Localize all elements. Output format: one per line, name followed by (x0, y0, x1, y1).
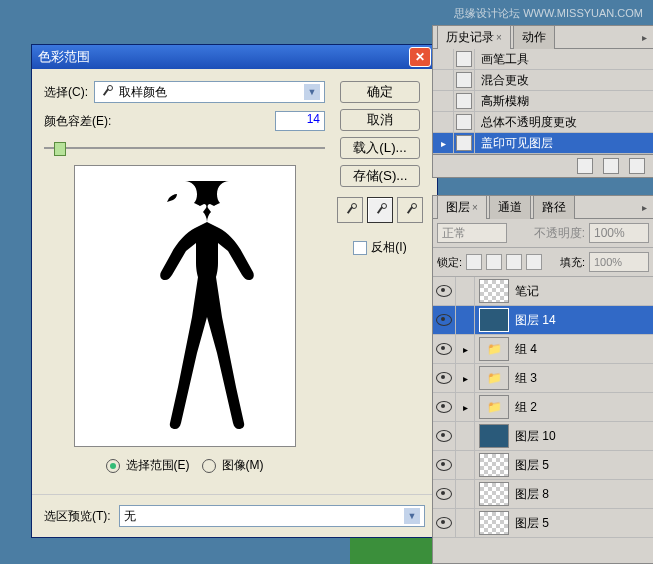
layer-row[interactable]: 图层 5 (433, 509, 653, 538)
layer-row[interactable]: 笔记 (433, 277, 653, 306)
expand-icon[interactable]: ▸ (456, 364, 475, 392)
history-item[interactable]: ▸盖印可见图层 (433, 133, 653, 154)
create-document-icon[interactable] (577, 158, 593, 174)
history-label: 画笔工具 (475, 51, 529, 68)
layer-row[interactable]: ▸📁组 2 (433, 393, 653, 422)
preview-dropdown[interactable]: 无 ▼ (119, 505, 425, 527)
save-button[interactable]: 存储(S)... (340, 165, 420, 187)
eye-icon (436, 314, 452, 326)
history-item[interactable]: 混合更改 (433, 70, 653, 91)
history-item[interactable]: 高斯模糊 (433, 91, 653, 112)
history-step-icon (456, 114, 472, 130)
visibility-toggle[interactable] (433, 480, 456, 508)
select-dropdown[interactable]: 取样颜色 ▼ (94, 81, 325, 103)
layer-name: 组 2 (513, 399, 537, 416)
watermark-text: 思缘设计论坛 WWW.MISSYUAN.COM (454, 6, 643, 21)
layer-thumbnail (479, 424, 509, 448)
tab-paths[interactable]: 路径 (533, 195, 575, 219)
history-step-icon (456, 135, 472, 151)
selection-preview (74, 165, 296, 447)
tab-actions[interactable]: 动作 (513, 25, 555, 49)
eye-icon (436, 401, 452, 413)
opacity-input[interactable]: 100% (589, 223, 649, 243)
tab-layers[interactable]: 图层× (437, 195, 487, 219)
eye-icon (436, 372, 452, 384)
close-icon[interactable]: × (472, 202, 478, 213)
expand-icon[interactable]: ▸ (456, 335, 475, 363)
select-label: 选择(C): (44, 84, 88, 101)
fuzziness-label: 颜色容差(E): (44, 113, 111, 130)
eye-icon (436, 343, 452, 355)
layer-name: 笔记 (513, 283, 539, 300)
select-value: 取样颜色 (119, 84, 167, 101)
history-step-icon (456, 51, 472, 67)
blend-mode-select[interactable]: 正常 (437, 223, 507, 243)
snapshot-icon[interactable] (603, 158, 619, 174)
fuzziness-input[interactable]: 14 (275, 111, 325, 131)
layer-row[interactable]: 图层 14 (433, 306, 653, 335)
panel-menu-icon[interactable]: ▸ (642, 32, 647, 43)
expand-icon[interactable]: ▸ (456, 393, 475, 421)
visibility-toggle[interactable] (433, 393, 456, 421)
layer-row[interactable]: 图层 8 (433, 480, 653, 509)
visibility-toggle[interactable] (433, 306, 456, 334)
history-label: 混合更改 (475, 72, 529, 89)
radio-image[interactable]: 图像(M) (202, 457, 264, 474)
lock-all-icon[interactable] (526, 254, 542, 270)
trash-icon[interactable] (629, 158, 645, 174)
invert-checkbox[interactable]: 反相(I) (353, 239, 406, 256)
lock-transparent-icon[interactable] (466, 254, 482, 270)
lock-move-icon[interactable] (506, 254, 522, 270)
layer-name: 图层 8 (513, 486, 549, 503)
fill-input[interactable]: 100% (589, 252, 649, 272)
folder-icon: 📁 (479, 366, 509, 390)
eyedropper-tool[interactable] (337, 197, 363, 223)
layer-thumbnail (479, 482, 509, 506)
visibility-toggle[interactable] (433, 509, 456, 537)
layer-name: 组 3 (513, 370, 537, 387)
cancel-button[interactable]: 取消 (340, 109, 420, 131)
layer-row[interactable]: 图层 5 (433, 451, 653, 480)
layer-row[interactable]: ▸📁组 3 (433, 364, 653, 393)
close-icon[interactable]: × (496, 32, 502, 43)
layer-thumbnail (479, 308, 509, 332)
close-icon[interactable]: ✕ (409, 47, 431, 67)
eye-icon (436, 488, 452, 500)
dialog-title: 色彩范围 (38, 45, 90, 69)
history-item[interactable]: 画笔工具 (433, 49, 653, 70)
fuzziness-slider[interactable] (44, 139, 325, 157)
radio-selection[interactable]: 选择范围(E) (106, 457, 190, 474)
slider-thumb[interactable] (54, 142, 66, 156)
fill-label: 填充: (560, 255, 585, 270)
layer-row[interactable]: ▸📁组 4 (433, 335, 653, 364)
history-panel: 历史记录× 动作 ▸ 画笔工具混合更改高斯模糊总体不透明度更改▸盖印可见图层 (432, 25, 653, 178)
visibility-toggle[interactable] (433, 422, 456, 450)
layer-thumbnail (479, 279, 509, 303)
eye-icon (436, 459, 452, 471)
chevron-down-icon: ▼ (304, 84, 320, 100)
history-label: 总体不透明度更改 (475, 114, 577, 131)
load-button[interactable]: 载入(L)... (340, 137, 420, 159)
eyedropper-subtract-tool[interactable] (397, 197, 423, 223)
visibility-toggle[interactable] (433, 277, 456, 305)
visibility-toggle[interactable] (433, 364, 456, 392)
lock-label: 锁定: (437, 255, 462, 270)
tab-channels[interactable]: 通道 (489, 195, 531, 219)
eye-icon (436, 517, 452, 529)
chevron-down-icon: ▼ (404, 508, 420, 524)
lock-brush-icon[interactable] (486, 254, 502, 270)
dialog-titlebar[interactable]: 色彩范围 ✕ (32, 45, 437, 69)
silhouette-image (105, 176, 265, 436)
tab-history[interactable]: 历史记录× (437, 25, 511, 49)
visibility-toggle[interactable] (433, 451, 456, 479)
eyedropper-add-tool[interactable] (367, 197, 393, 223)
layer-name: 图层 5 (513, 457, 549, 474)
layer-row[interactable]: 图层 10 (433, 422, 653, 451)
history-label: 高斯模糊 (475, 93, 529, 110)
layer-name: 图层 10 (513, 428, 556, 445)
ok-button[interactable]: 确定 (340, 81, 420, 103)
history-item[interactable]: 总体不透明度更改 (433, 112, 653, 133)
visibility-toggle[interactable] (433, 335, 456, 363)
color-range-dialog: 色彩范围 ✕ 选择(C): 取样颜色 ▼ 颜色容差(E): 14 (31, 44, 438, 538)
panel-menu-icon[interactable]: ▸ (642, 202, 647, 213)
